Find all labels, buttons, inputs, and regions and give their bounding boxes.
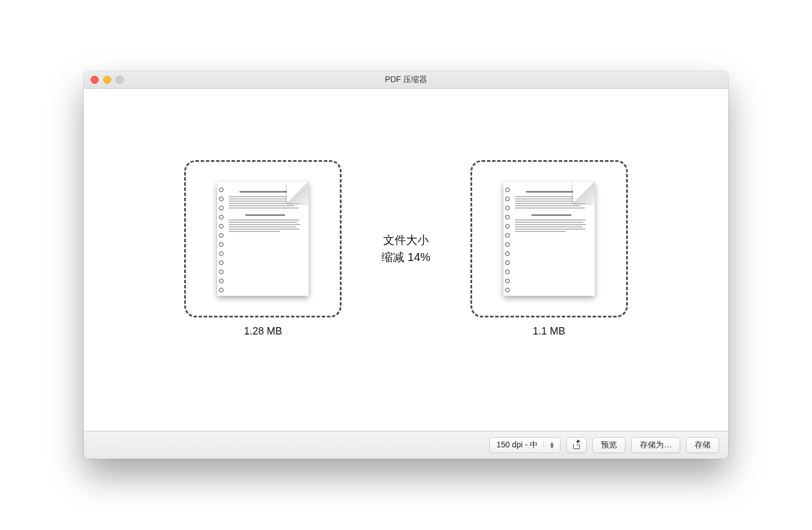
compressed-size: 1.1 MB — [533, 325, 565, 337]
share-button[interactable] — [566, 437, 587, 453]
share-icon — [573, 441, 580, 449]
original-size: 1.28 MB — [244, 325, 282, 337]
original-dropzone[interactable] — [184, 160, 342, 317]
preview-button[interactable]: 预览 — [592, 437, 626, 453]
bottom-toolbar: 150 dpi - 中 ▲▼ 预览 存储为… 存储 — [84, 431, 728, 459]
app-window: PDF 压缩器 — [84, 71, 728, 459]
main-content: 1.28 MB 文件大小 缩减 14% — [84, 89, 728, 431]
save-as-button[interactable]: 存储为… — [631, 437, 680, 453]
select-stepper-icon: ▲▼ — [543, 442, 557, 449]
reduction-percent: 缩减 14% — [381, 248, 431, 266]
compressed-panel: 1.1 MB — [470, 160, 628, 337]
reduction-info: 文件大小 缩减 14% — [381, 231, 431, 266]
compressed-dropzone[interactable] — [470, 160, 628, 317]
reduction-label: 文件大小 — [381, 231, 431, 248]
window-title: PDF 压缩器 — [84, 75, 728, 85]
dpi-select[interactable]: 150 dpi - 中 ▲▼ — [489, 437, 561, 453]
titlebar: PDF 压缩器 — [84, 71, 728, 89]
save-button[interactable]: 存储 — [686, 437, 719, 453]
compressed-doc-thumbnail — [504, 182, 595, 296]
dpi-select-label: 150 dpi - 中 — [497, 440, 538, 450]
original-doc-thumbnail — [217, 182, 308, 296]
original-panel: 1.28 MB — [184, 160, 342, 337]
